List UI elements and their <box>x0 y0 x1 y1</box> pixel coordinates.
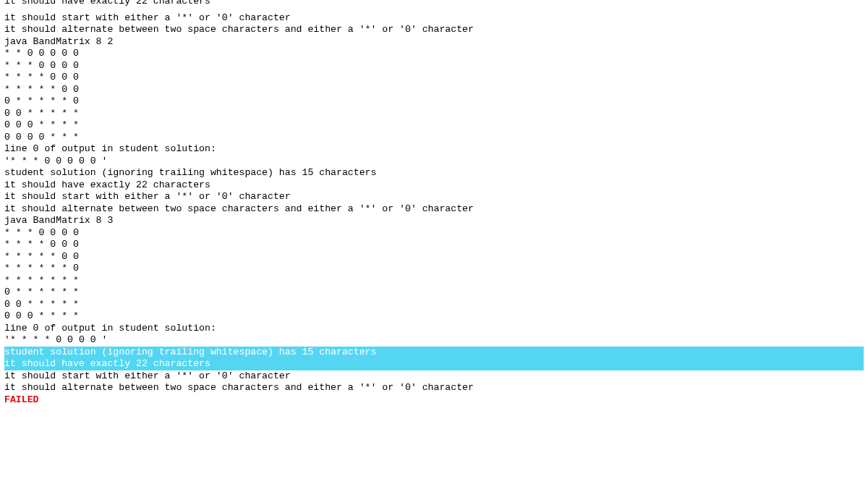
console-line: student solution (ignoring trailing whit… <box>4 167 864 179</box>
console-line: '* * * 0 0 0 0 0 ' <box>4 156 864 168</box>
console-line: * * * 0 0 0 0 <box>4 227 864 239</box>
console-line: * * * * * * * <box>4 275 864 287</box>
console-line[interactable]: it should have exactly 22 characters <box>4 358 864 370</box>
console-line: it should alternate between two space ch… <box>4 382 864 394</box>
console-line: * * * * * * 0 <box>4 263 864 275</box>
console-line: 0 0 0 0 * * * <box>4 132 864 144</box>
console-line: * * 0 0 0 0 0 <box>4 48 864 60</box>
console-line: FAILED <box>4 394 864 407</box>
console-line[interactable]: student solution (ignoring trailing whit… <box>4 347 864 359</box>
console-line: * * * * * 0 0 <box>4 251 864 263</box>
console-line: * * * * 0 0 0 <box>4 72 864 84</box>
console-line: line 0 of output in student solution: <box>4 143 864 156</box>
console-line: 0 * * * * * * <box>4 287 864 299</box>
console-line: 0 0 0 * * * * <box>4 119 864 132</box>
console-line: line 0 of output in student solution: <box>4 323 864 335</box>
console-line: '* * * * 0 0 0 0 ' <box>4 334 864 347</box>
console-line: it should alternate between two space ch… <box>4 203 864 216</box>
console-line: 0 * * * * * 0 <box>4 96 864 108</box>
console-line: it should start with either a '*' or '0'… <box>4 370 864 383</box>
console-line: 0 0 0 * * * * <box>4 310 864 323</box>
console-line: it should alternate between two space ch… <box>4 24 864 36</box>
console-output[interactable]: it should have exactly 22 charactersit s… <box>0 0 868 406</box>
console-line: java BandMatrix 8 3 <box>4 215 864 227</box>
console-line: it should start with either a '*' or '0'… <box>4 12 864 25</box>
console-line: java BandMatrix 8 2 <box>4 36 864 48</box>
console-line: it should have exactly 22 characters <box>4 0 864 8</box>
console-line: 0 0 * * * * * <box>4 108 864 120</box>
console-line: * * * * 0 0 0 <box>4 239 864 251</box>
console-line: * * * * * 0 0 <box>4 84 864 96</box>
console-line: it should start with either a '*' or '0'… <box>4 191 864 203</box>
console-line: 0 0 * * * * * <box>4 299 864 311</box>
console-line: it should have exactly 22 characters <box>4 179 864 192</box>
console-line: * * * 0 0 0 0 <box>4 60 864 72</box>
